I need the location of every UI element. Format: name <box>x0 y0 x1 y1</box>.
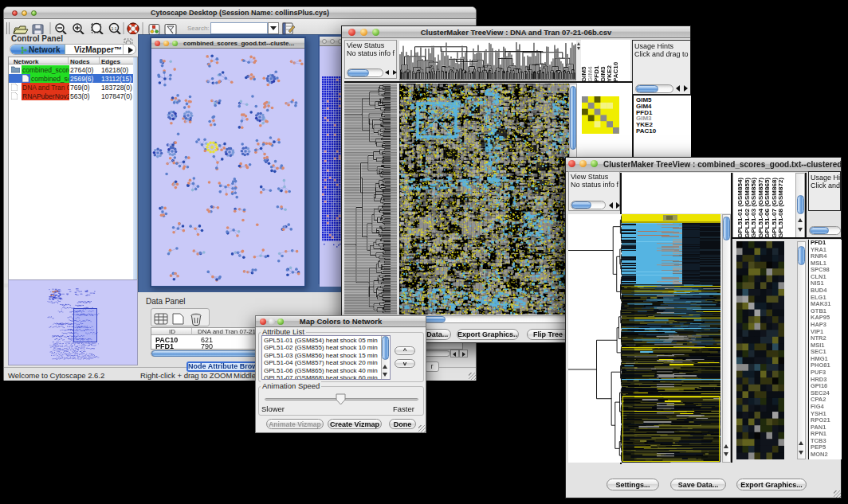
svg-text:1:1: 1:1 <box>112 26 117 31</box>
